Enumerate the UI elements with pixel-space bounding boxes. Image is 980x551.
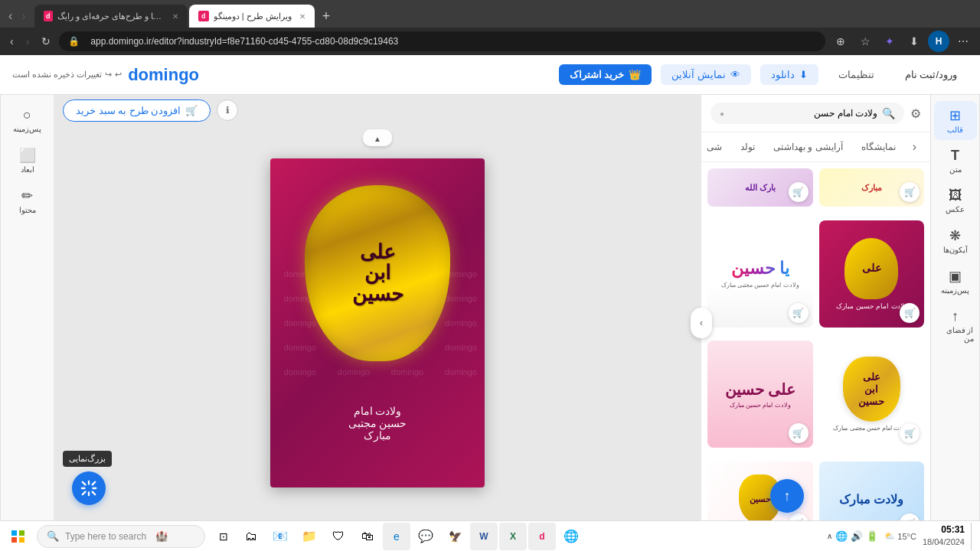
temp-icon: ⛅ [884,531,895,541]
taskbar-excel[interactable]: X [499,523,527,550]
redo-icon[interactable]: ↪ [105,70,112,80]
template-cart-btn[interactable]: 🛒 [900,182,920,202]
start-button[interactable] [5,523,32,550]
template-item[interactable]: علی ولادت امام حسین مبارک 🛒 [819,220,925,328]
panel-tab-health[interactable]: آرایشی و بهداشتی [767,139,849,155]
template-cart-btn[interactable]: 🛒 [789,303,808,323]
template-cart-btn[interactable]: 🛒 [900,423,920,443]
icon-bar-background[interactable]: ▣ پس‌زمینه [934,262,977,301]
tab-1[interactable]: d قالب‌ها و طرح‌های حرفه‌ای و رایگ... ✕ [34,5,188,28]
background-tool-icon: ○ [23,107,31,123]
header-left: ورود/ثبت نام تنظیمات ⬇ دانلود 👁 نمایش آن… [559,64,968,85]
info-button[interactable]: ℹ [217,99,238,121]
add-to-cart-button[interactable]: 🛒 افزودن طرح به سبد خرید [63,99,211,122]
filter-button[interactable]: ⚙ [910,106,921,121]
preview-label: نمایش آنلاین [671,69,726,80]
address-input[interactable]: 🔒 app.domingo.ir/editor?industryId=f8e71… [59,31,825,51]
task-view-button[interactable]: ⊡ [210,523,237,550]
photo-icon: 🖼 [949,187,962,204]
tool-background[interactable]: ○ پس‌زمینه [5,101,51,139]
downloads-icon[interactable]: ⬇ [903,31,925,52]
panel-tabs: ‹ نمایشگاه آرایشی و بهداشتی تولد شی [701,132,930,162]
settings-button[interactable]: تنظیمات [828,64,885,85]
word-icon: W [479,531,488,542]
tab2-close[interactable]: ✕ [299,12,305,21]
tool-content[interactable]: ✏ محتوا [5,181,51,220]
template-cart-btn[interactable]: 🛒 [789,423,808,443]
template-cart-btn[interactable]: 🛒 [789,182,808,202]
left-toolbar: ○ پس‌زمینه ⬜ ابعاد ✏ محتوا [0,95,54,551]
taskbar-chat[interactable]: 💬 [412,523,439,550]
app: ورود/ثبت نام تنظیمات ⬇ دانلود 👁 نمایش آن… [0,55,980,551]
bottom-line3: مبارک [348,429,407,442]
tab-2[interactable]: d ویرایش طرح | دومینگو ✕ [189,5,315,28]
taskbar-store[interactable]: 🛍 [354,523,381,550]
icon-bar-templates[interactable]: ⊞ قالب [934,101,977,140]
panel-back-button[interactable]: ‹ [908,137,921,157]
taskbar-browser[interactable]: e [383,523,410,550]
magic-button[interactable] [72,471,106,505]
template-item[interactable]: بارک الله 🛒 [707,168,813,207]
icon-bar-icons[interactable]: ❋ آیکون‌ها [934,221,977,260]
side-expand-button[interactable]: › [691,308,712,338]
tab-forward-btn[interactable]: › [18,8,29,24]
panel-tab-shi[interactable]: شی [701,139,728,155]
taskbar-domingo[interactable]: d [528,523,556,550]
upload-button[interactable]: ↑ [770,479,804,513]
mail-icon: 📧 [273,529,288,543]
tab2-favicon: d [198,11,209,21]
taskbar-search[interactable]: 🔍 Type here to search 🏰 [37,525,205,548]
taskbar-folder[interactable]: 📁 [296,523,323,550]
icon-bar-photo[interactable]: 🖼 عکس [934,181,977,220]
template-item[interactable]: یا حسین ولادت امام حسین مجتبی مبارک 🛒 [707,220,813,328]
template-cart-btn[interactable]: 🛒 [900,303,920,323]
time-date[interactable]: 05:31 18/04/2024 [923,523,965,548]
tray-arrow-icon[interactable]: ∧ [827,532,832,540]
collapse-arrow[interactable]: ▲ [54,129,701,146]
undo-icon[interactable]: ↩ [115,70,122,80]
copilot-icon[interactable]: ✦ [879,31,900,52]
template-item[interactable]: علی حسین ولادت امام حسین مبارک 🛒 [707,341,813,448]
calligraphy-shape: علیابنحسین [305,185,450,361]
tab1-close[interactable]: ✕ [172,12,178,21]
taskbar-eagle[interactable]: 🦅 [441,523,469,550]
taskbar-explorer[interactable]: 🗂 [237,523,265,550]
taskbar-mail[interactable]: 📧 [266,523,294,550]
icon-bar-space[interactable]: ↑ از فضای من [934,302,977,349]
profile-icon[interactable]: H [928,31,949,52]
background-label: پس‌زمینه [941,286,969,295]
panel-tab-birth[interactable]: تولد [734,139,761,155]
taskbar-shield[interactable]: 🛡 [325,523,352,550]
taskbar-weather-icon: 🏰 [155,530,168,542]
taskbar-chrome[interactable]: 🌐 [557,523,585,550]
new-tab-button[interactable]: + [316,8,337,24]
favorites-icon[interactable]: ☆ [854,31,876,52]
tab-back-btn[interactable]: ‹ [5,8,16,24]
back-button[interactable]: ‹ [6,34,18,49]
show-desktop-btn[interactable] [971,523,975,550]
extensions-icon[interactable]: ⊕ [830,31,851,52]
icon-bar-text[interactable]: T متن [934,142,977,180]
excel-icon: X [510,531,516,542]
app-header: ورود/ثبت نام تنظیمات ⬇ دانلود 👁 نمایش آن… [0,55,980,95]
search-input[interactable] [729,108,877,119]
tool-dimensions[interactable]: ⬜ ابعاد [5,141,51,180]
taskbar-word[interactable]: W [470,523,498,550]
preview-button[interactable]: 👁 نمایش آنلاین [661,64,751,85]
browser-icons: ⊕ ☆ ✦ ⬇ H ⋯ [830,31,974,52]
search-clear-icon[interactable]: ● [720,109,724,118]
forward-button[interactable]: › [22,34,34,49]
login-button[interactable]: ورود/ثبت نام [894,64,968,85]
template-item[interactable]: مبارک 🛒 [819,168,925,207]
buy-button[interactable]: 👑 خرید اشتراک [559,64,652,85]
icon-bar: ⊞ قالب T متن 🖼 عکس ❋ آیکون‌ها ▣ پس‌زمینه… [931,95,980,551]
bottom-line1: ولادت امام [348,405,407,417]
refresh-button[interactable]: ↻ [38,34,54,49]
panel-tab-exhibition[interactable]: نمایشگاه [855,139,902,155]
icons-icon: ❋ [949,227,961,244]
template-item[interactable]: علیابنحسین ولادت امام حسن مجتبی مبارک 🛒 [819,341,925,448]
sys-tray: ∧ 🌐 🔊 🔋 [827,530,878,542]
menu-icon[interactable]: ⋯ [952,31,974,52]
chrome-icon: 🌐 [564,529,579,543]
download-button[interactable]: ⬇ دانلود [760,64,818,85]
